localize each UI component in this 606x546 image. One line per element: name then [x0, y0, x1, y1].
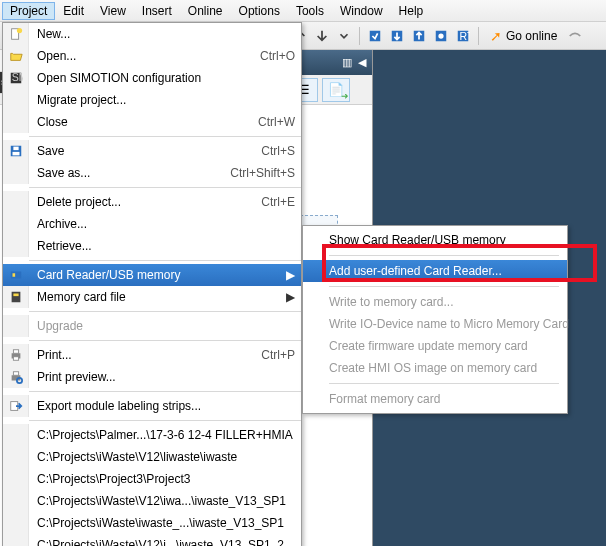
toolbar-button[interactable] — [409, 26, 429, 46]
menu-item[interactable]: Print...Ctrl+P — [3, 344, 301, 366]
menu-item-label: C:\Projects\iWaste\iwaste_...\iwaste_V13… — [29, 516, 295, 530]
menu-item-label: C:\Projects\iWaste\V12\iwa...\iwaste_V13… — [29, 494, 295, 508]
menubar-item-view[interactable]: View — [92, 2, 134, 20]
submenu-item: Format memory card — [303, 388, 567, 410]
menubar: ProjectEditViewInsertOnlineOptionsToolsW… — [0, 0, 606, 22]
menubar-item-edit[interactable]: Edit — [55, 2, 92, 20]
menu-item[interactable]: C:\Projects\Palmer...\17-3-6 12-4 FILLER… — [3, 424, 301, 446]
toolbar-button[interactable] — [365, 26, 385, 46]
simotion-icon: SM — [3, 67, 29, 89]
submenu-item-label: Write IO-Device name to Micro Memory Car… — [329, 317, 569, 331]
submenu-item-label: Create HMI OS image on memory card — [329, 361, 557, 375]
menu-item[interactable]: Export module labeling strips... — [3, 395, 301, 417]
blank-icon — [3, 162, 29, 184]
panel-header-icon[interactable]: ▥ — [342, 56, 352, 69]
menu-item[interactable]: SMOpen SIMOTION configuration — [3, 67, 301, 89]
menu-item[interactable]: C:\Projects\iWaste\iwaste_...\iwaste_V13… — [3, 512, 301, 534]
menu-separator — [29, 136, 301, 137]
menubar-item-options[interactable]: Options — [231, 2, 288, 20]
menubar-item-project[interactable]: Project — [2, 2, 55, 20]
toolbar-button[interactable] — [387, 26, 407, 46]
toolbar-button[interactable] — [312, 26, 332, 46]
toolbar-button[interactable]: RT — [453, 26, 473, 46]
menubar-item-window[interactable]: Window — [332, 2, 391, 20]
menu-item[interactable]: Migrate project... — [3, 89, 301, 111]
submenu-item[interactable]: Show Card Reader/USB memory — [303, 229, 567, 251]
submenu-item-label: Show Card Reader/USB memory — [329, 233, 557, 247]
submenu-arrow-icon: ▶ — [285, 268, 295, 282]
menu-item[interactable]: Memory card file▶ — [3, 286, 301, 308]
go-offline-button[interactable] — [565, 26, 585, 46]
blank-icon — [3, 446, 29, 468]
menubar-item-tools[interactable]: Tools — [288, 2, 332, 20]
submenu-item: Write to memory card... — [303, 291, 567, 313]
submenu-item-label: Write to memory card... — [329, 295, 557, 309]
menu-separator — [29, 187, 301, 188]
svg-rect-15 — [10, 272, 21, 279]
menu-separator — [329, 255, 559, 256]
submenu-item[interactable]: Add user-defined Card Reader... — [303, 260, 567, 282]
submenu-item-label: Format memory card — [329, 392, 557, 406]
menu-item[interactable]: C:\Projects\iWaste\V12\liwaste\iwaste — [3, 446, 301, 468]
svg-rect-17 — [11, 292, 20, 303]
menu-item-label: Export module labeling strips... — [29, 399, 295, 413]
menu-item[interactable]: Retrieve... — [3, 235, 301, 257]
toolbar-button[interactable] — [431, 26, 451, 46]
card-reader-submenu: Show Card Reader/USB memoryAdd user-defi… — [302, 225, 568, 414]
blank-icon — [3, 534, 29, 546]
inner-toolbar-button[interactable]: 📄➜ — [322, 78, 350, 102]
menu-item-label: C:\Projects\Project3\Project3 — [29, 472, 295, 486]
menu-item[interactable]: C:\Projects\iWaste\V12\i...\iwaste_V13_S… — [3, 534, 301, 546]
submenu-arrow-icon: ▶ — [285, 290, 295, 304]
menubar-item-help[interactable]: Help — [391, 2, 432, 20]
menu-item-shortcut: Ctrl+P — [249, 348, 295, 362]
go-online-label: Go online — [506, 29, 557, 43]
menu-item[interactable]: CloseCtrl+W — [3, 111, 301, 133]
menu-separator — [29, 420, 301, 421]
menu-item-label: Close — [29, 115, 246, 129]
blank-icon — [3, 89, 29, 111]
card-icon — [3, 264, 29, 286]
toolbar-dropdown[interactable] — [334, 26, 354, 46]
panel-header-arrow[interactable]: ◀ — [358, 56, 366, 69]
menu-item[interactable]: Delete project...Ctrl+E — [3, 191, 301, 213]
blank-icon — [3, 424, 29, 446]
menu-item[interactable]: C:\Projects\iWaste\V12\iwa...\iwaste_V13… — [3, 490, 301, 512]
svg-text:RT: RT — [460, 29, 471, 41]
menu-separator — [329, 286, 559, 287]
menu-item[interactable]: New... — [3, 23, 301, 45]
svg-text:SM: SM — [11, 71, 22, 83]
menu-separator — [329, 383, 559, 384]
menu-item-label: Card Reader/USB memory — [29, 268, 285, 282]
menu-separator — [29, 311, 301, 312]
menu-item-label: C:\Projects\Palmer...\17-3-6 12-4 FILLER… — [29, 428, 295, 442]
go-online-button[interactable]: ➚ Go online — [484, 28, 563, 44]
menu-item-label: C:\Projects\iWaste\V12\i...\iwaste_V13_S… — [29, 538, 295, 546]
menu-item-label: Memory card file — [29, 290, 285, 304]
menu-item[interactable]: Card Reader/USB memory▶ — [3, 264, 301, 286]
menu-item-label: Upgrade — [29, 319, 295, 333]
project-menu: New...Open...Ctrl+OSMOpen SIMOTION confi… — [2, 22, 302, 546]
blank-icon — [3, 191, 29, 213]
menu-item-shortcut: Ctrl+O — [248, 49, 295, 63]
menu-item-label: Archive... — [29, 217, 295, 231]
menu-item-label: Migrate project... — [29, 93, 295, 107]
menu-item[interactable]: SaveCtrl+S — [3, 140, 301, 162]
menu-item-label: Print preview... — [29, 370, 295, 384]
menu-separator — [29, 340, 301, 341]
blank-icon — [3, 315, 29, 337]
menu-separator — [29, 391, 301, 392]
menu-item[interactable]: C:\Projects\Project3\Project3 — [3, 468, 301, 490]
menu-item[interactable]: Save as...Ctrl+Shift+S — [3, 162, 301, 184]
svg-rect-20 — [13, 350, 18, 354]
menu-item-shortcut: Ctrl+E — [249, 195, 295, 209]
menubar-item-online[interactable]: Online — [180, 2, 231, 20]
menu-item[interactable]: Archive... — [3, 213, 301, 235]
submenu-item: Write IO-Device name to Micro Memory Car… — [303, 313, 567, 335]
menu-item[interactable]: Open...Ctrl+O — [3, 45, 301, 67]
export-icon — [3, 395, 29, 417]
menu-item[interactable]: Print preview... — [3, 366, 301, 388]
svg-rect-23 — [13, 372, 18, 376]
blank-icon — [3, 111, 29, 133]
menubar-item-insert[interactable]: Insert — [134, 2, 180, 20]
